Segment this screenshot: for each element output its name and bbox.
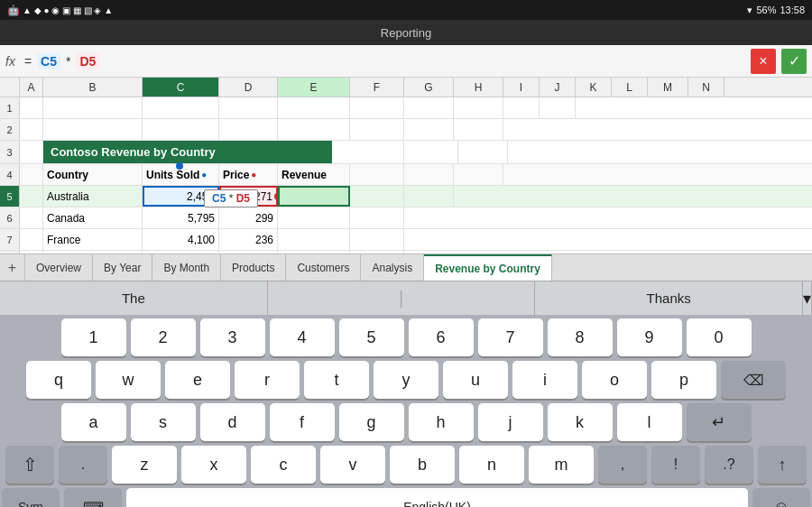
cell-g5[interactable]	[404, 186, 454, 207]
cell-a7[interactable]	[20, 229, 43, 250]
key-g[interactable]: g	[339, 403, 404, 441]
key-l[interactable]: l	[617, 403, 682, 441]
cell-c2[interactable]	[143, 119, 219, 140]
cell-b4-country[interactable]: Country	[43, 164, 143, 185]
cell-e5-revenue[interactable]	[278, 186, 350, 207]
cell-a3[interactable]	[20, 141, 43, 163]
sym-key[interactable]: Sym	[2, 488, 60, 507]
cell-d6[interactable]: 299	[219, 207, 278, 228]
cell-g1[interactable]	[404, 97, 454, 118]
key-exclaim[interactable]: !	[651, 446, 700, 484]
emoji-key[interactable]: ☺	[752, 488, 810, 507]
key-t[interactable]: t	[304, 361, 369, 399]
cell-e4-revenue[interactable]: Revenue	[278, 164, 350, 185]
col-a[interactable]: A	[20, 78, 43, 97]
key-z[interactable]: z	[112, 446, 177, 484]
cell-b7[interactable]: France	[43, 229, 143, 250]
col-m[interactable]: M	[648, 78, 688, 97]
arrow-up-key[interactable]: ↑	[758, 446, 807, 484]
shift-key[interactable]: ⇧	[5, 446, 54, 484]
col-g[interactable]: G	[404, 78, 454, 97]
cell-d2[interactable]	[219, 119, 278, 140]
key-2[interactable]: 2	[131, 318, 196, 356]
key-5[interactable]: 5	[339, 318, 404, 356]
cell-e1[interactable]	[278, 97, 350, 118]
key-9[interactable]: 9	[617, 318, 682, 356]
cell-b1[interactable]	[43, 97, 143, 118]
cell-f1[interactable]	[350, 97, 404, 118]
key-q[interactable]: q	[26, 361, 91, 399]
key-4[interactable]: 4	[270, 318, 335, 356]
tab-customers[interactable]: Customers	[286, 254, 361, 281]
cell-i1[interactable]	[503, 97, 540, 118]
cell-e8[interactable]	[278, 251, 350, 254]
cell-d1[interactable]	[219, 97, 278, 118]
cell-a1[interactable]	[20, 97, 43, 118]
merged-title-cell[interactable]: Contoso Revenue by Country	[43, 141, 332, 163]
backspace-key[interactable]: ⌫	[721, 361, 786, 399]
formula-confirm-button[interactable]: ✓	[781, 49, 807, 74]
cell-e3[interactable]	[332, 141, 404, 163]
cell-b2[interactable]	[43, 119, 143, 140]
key-s[interactable]: s	[131, 403, 196, 441]
cell-e2[interactable]	[278, 119, 350, 140]
cell-c1[interactable]	[143, 97, 219, 118]
col-l[interactable]: L	[612, 78, 648, 97]
space-key[interactable]: English(UK)	[126, 488, 748, 507]
cell-h1[interactable]	[454, 97, 503, 118]
cell-d7[interactable]: 236	[219, 229, 278, 250]
col-j[interactable]: J	[540, 78, 576, 97]
key-dot[interactable]: .	[59, 446, 107, 484]
key-v[interactable]: v	[320, 446, 385, 484]
key-7[interactable]: 7	[478, 318, 543, 356]
cell-c5-ref[interactable]: C5	[37, 53, 60, 69]
add-tab-button[interactable]: +	[0, 254, 25, 281]
cell-f7[interactable]	[350, 229, 404, 250]
tab-overview[interactable]: Overview	[25, 254, 93, 281]
tab-by-year[interactable]: By Year	[93, 254, 152, 281]
col-e[interactable]: E	[278, 78, 350, 97]
key-r[interactable]: r	[235, 361, 300, 399]
tab-by-month[interactable]: By Month	[152, 254, 221, 281]
cell-b6[interactable]: Canada	[43, 207, 143, 228]
cell-d5-ref[interactable]: D5	[76, 53, 99, 69]
key-u[interactable]: u	[443, 361, 508, 399]
cell-j1[interactable]	[540, 97, 576, 118]
key-i[interactable]: i	[512, 361, 577, 399]
cell-f8[interactable]	[350, 251, 404, 254]
key-k[interactable]: k	[548, 403, 613, 441]
cell-h2[interactable]	[454, 119, 503, 140]
cell-a5[interactable]	[20, 186, 43, 207]
cell-a2[interactable]	[20, 119, 43, 140]
formula-cancel-button[interactable]: ×	[751, 49, 776, 74]
key-comma[interactable]: ,	[598, 446, 647, 484]
key-y[interactable]: y	[374, 361, 438, 399]
cell-f6[interactable]	[350, 207, 404, 228]
cell-d8[interactable]: 286	[219, 251, 278, 254]
suggestion-expand-button[interactable]: ▾	[803, 281, 812, 315]
key-b[interactable]: b	[390, 446, 455, 484]
key-f[interactable]: f	[270, 403, 335, 441]
cell-e6[interactable]	[278, 207, 350, 228]
key-n[interactable]: n	[459, 446, 524, 484]
keyboard-icon-key[interactable]: ⌨	[64, 488, 122, 507]
tab-products[interactable]: Products	[221, 254, 286, 281]
cell-a4[interactable]	[20, 164, 43, 185]
cell-g4[interactable]	[404, 164, 454, 185]
cell-e7[interactable]	[278, 229, 350, 250]
col-d[interactable]: D	[219, 78, 278, 97]
cell-a6[interactable]	[20, 207, 43, 228]
key-8[interactable]: 8	[548, 318, 613, 356]
col-c[interactable]: C	[143, 78, 219, 97]
cell-a8[interactable]	[20, 251, 43, 254]
suggestion-the[interactable]: The	[0, 281, 268, 315]
enter-key[interactable]: ↵	[687, 403, 752, 441]
cell-f5[interactable]	[350, 186, 404, 207]
col-k[interactable]: K	[576, 78, 612, 97]
key-0[interactable]: 0	[687, 318, 752, 356]
col-i[interactable]: I	[503, 78, 540, 97]
cell-c6[interactable]: 5,795	[143, 207, 219, 228]
key-h[interactable]: h	[409, 403, 474, 441]
col-h[interactable]: H	[454, 78, 503, 97]
col-f[interactable]: F	[350, 78, 404, 97]
